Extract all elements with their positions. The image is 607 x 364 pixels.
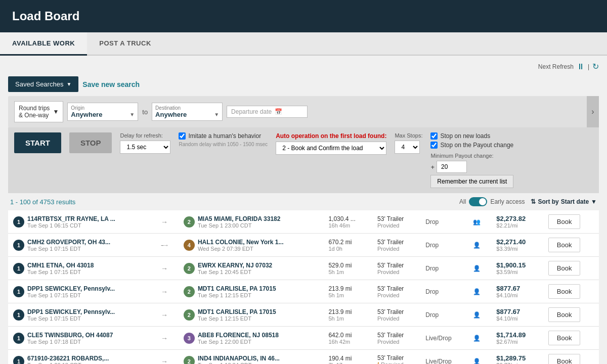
book-button[interactable]: Book [548,238,581,252]
stop-button[interactable]: STOP [69,132,112,153]
trailer-provided: Provided [377,315,415,322]
dest-name: MIA5 MIAMI, FLORIDA 33182 [198,215,281,222]
tab-available-work[interactable]: AVAILABLE WORK [0,32,87,56]
book-cell: Book [543,327,599,350]
team-icon-cell: 👤 [468,350,491,365]
delay-select[interactable]: 1.5 sec 2 sec 3 sec 5 sec [120,141,170,154]
stop-payout-checkbox[interactable] [430,142,438,149]
main-content: Next Refresh ⏸ | ↻ Saved Searches ▼ Save… [0,56,607,364]
trailer-cell: 53' Trailer Provided [372,210,420,234]
arrow-icon: → [161,288,168,296]
start-button[interactable]: START [14,132,61,153]
miles-value: 670.2 mi [328,239,367,246]
drop-type-cell: Live/Drop [420,327,468,350]
origin-name: CMH1 ETNA, OH 43018 [27,262,94,269]
price-value: $877.67 [496,285,538,292]
imitate-checkbox[interactable] [179,132,186,140]
stop-options-group: Stop on new loads Stop on the Payout cha… [430,132,513,188]
book-button[interactable]: Book [548,354,581,364]
per-mile-value: $4.10/mi [496,315,538,322]
trailer-cell: 53' Trailer ℹ Required [372,350,420,365]
trip-type-value: Round trips & One-way [19,105,50,119]
tab-post-a-truck[interactable]: POST A TRUCK [87,32,163,55]
book-cell: Book [543,234,599,257]
origin-cell: 1 671910-236221 ROBARDS,... Tue Sep 1 06… [8,350,156,365]
per-mile-value: $2.21/mi [496,222,538,229]
dest-cell: 2 MIA5 MIAMI, FLORIDA 33182 Tue Sep 1 23… [179,210,324,234]
destination-value: Anywhere [155,111,187,118]
origin-cell: 1 DPP1 SEWICKLEY, Pennsylv... Tue Sep 1 … [8,280,156,303]
book-button[interactable]: Book [548,214,581,229]
refresh-info: Next Refresh ⏸ | ↻ [538,62,599,71]
save-new-search-button[interactable]: Save new search [82,80,140,88]
trailer-cell: 53' Trailer Provided [372,280,420,303]
miles-cell: 1,030.4 ... 16h 46m [323,210,372,234]
book-button[interactable]: Book [548,261,581,276]
scroll-right-arrow[interactable]: › [587,96,599,127]
team-icon-cell: 👤 [468,327,491,350]
to-label: to [142,108,148,116]
book-button[interactable]: Book [548,307,581,322]
remember-button[interactable]: Remember the current list [430,175,513,188]
dest-time: Tue Sep 1 13:34 CDT [198,362,280,365]
stop1-badge: 1 [13,216,24,228]
origin-dropdown[interactable]: Origin Anywhere ▼ [67,103,138,121]
price-value: $1,289.75 [496,354,538,362]
arrow-icon: → [161,264,168,272]
team-icon-cell: 👥 [468,210,491,234]
trailer-cell: 53' Trailer Provided [372,327,420,350]
trailer-provided: Provided [377,246,415,252]
book-button[interactable]: Book [548,331,581,345]
refresh-icon[interactable]: ↻ [592,62,599,71]
origin-name: DPP1 SEWICKLEY, Pennsylv... [27,285,115,292]
min-payout-input[interactable] [437,161,467,173]
book-cell: Book [543,350,599,365]
dest-name: MDT1 CARLISLE, PA 17015 [198,285,276,292]
arrow-icon: → [161,218,168,226]
stop1-badge: 1 [13,309,24,321]
per-mile-value: $3.59/mi [496,269,538,275]
saved-searches-arrow: ▼ [66,81,71,87]
drop-type-cell: Live/Drop [420,350,468,365]
team-icon-cell: 👤 [468,234,491,257]
origin-name: DPP1 SEWICKLEY, Pennsylv... [27,308,115,315]
destination-dropdown[interactable]: Destination Anywhere ▼ [152,103,223,121]
controls-row: START STOP Delay for refresh: 1.5 sec 2 … [8,127,599,193]
trailer-cell: 53' Trailer Provided [372,234,420,257]
dest-time: Wed Sep 2 07:39 EDT [198,246,284,252]
saved-searches-button[interactable]: Saved Searches ▼ [8,76,78,92]
departure-date-input[interactable]: Departure date 📅 [227,106,308,118]
early-access-toggle[interactable] [469,197,487,206]
stop-new-loads-checkbox[interactable] [430,132,438,140]
auto-op-select[interactable]: 1 - Do nothing 2 - Book and Confirm the … [276,142,386,155]
trailer-provided: Provided [377,269,415,275]
drop-type-cell: Drop [420,210,468,234]
trip-type-select[interactable]: Round trips & One-way ▼ [14,101,63,122]
dest-cell: 2 EWRX KEARNY, NJ 07032 Tue Sep 1 20:45 … [179,257,324,280]
per-mile-value: $2.67/mi [496,339,538,345]
miles-cell: 213.9 mi 5h 1m [323,280,372,303]
origin-name: CLE5 TWINSBURG, OH 44087 [27,332,113,339]
destination-label: Destination [155,105,219,111]
max-stops-group: Max Stops: 12345 [395,132,422,154]
origin-time: Tue Sep 1 07:15 EDT [27,315,115,322]
arrow-cell: → [156,327,179,350]
warning-icon: ℹ [377,361,379,364]
book-button[interactable]: Book [548,284,581,299]
trailer-size: 53' Trailer [377,354,415,361]
stop2-badge: 4 [184,240,195,251]
origin-time: Tue Sep 1 07:15 EDT [27,292,115,298]
results-count: 1 - 100 of 4753 results [10,198,75,206]
per-mile-value: $6.77/mi [496,362,538,364]
saved-searches-label: Saved Searches [15,80,63,88]
table-row: 1 114RTBTSX_ITR RAYNE, LA ... Tue Sep 1 … [8,210,599,234]
pause-icon[interactable]: ⏸ [577,62,585,71]
sort-by-button[interactable]: ⇅ Sort by Start date ▼ [531,198,597,205]
miles-cell: 670.2 mi 1d 0h [323,234,372,257]
max-stops-select[interactable]: 12345 [395,141,420,154]
results-header: 1 - 100 of 4753 results All Early access… [8,193,599,210]
filters-row: Round trips & One-way ▼ Origin Anywhere … [8,96,599,127]
dest-time: Tue Sep 1 20:45 EDT [198,269,272,275]
miles-cell: 213.9 mi 5h 1m [323,303,372,327]
imitate-label: Imitate a human's behavior [188,132,261,140]
